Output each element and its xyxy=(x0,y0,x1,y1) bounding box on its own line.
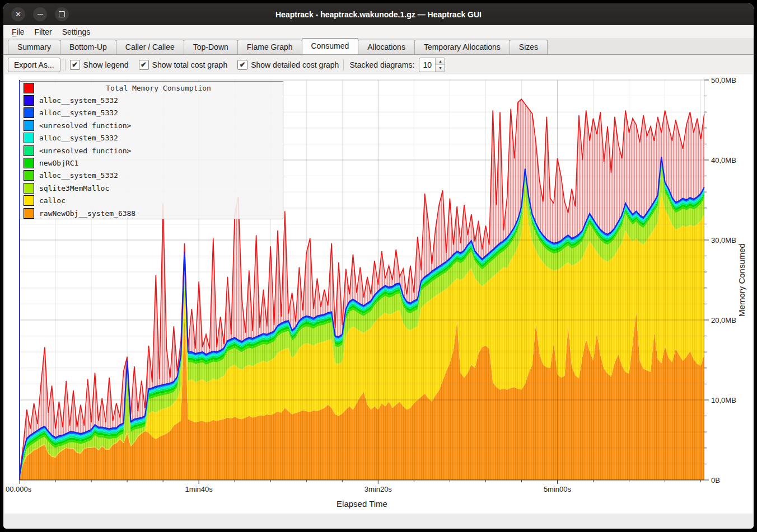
legend-item: <unresolved function> xyxy=(20,144,283,157)
legend-label: <unresolved function> xyxy=(39,121,131,130)
legend-item: calloc xyxy=(20,195,283,207)
legend-swatch xyxy=(24,83,34,93)
legend-title-row: Total Memory Consumption xyxy=(20,82,283,94)
chart-legend: Total Memory Consumptionalloc__system_53… xyxy=(20,81,283,219)
menu-file[interactable]: File xyxy=(7,26,30,37)
tab-allocations[interactable]: Allocations xyxy=(358,40,415,54)
window-title: Heaptrack - heaptrack.wakunode.1.gz — He… xyxy=(3,10,754,19)
tab-bottom-up[interactable]: Bottom-Up xyxy=(60,40,116,54)
legend-swatch xyxy=(24,107,34,118)
x-tick-label: 5min00s xyxy=(544,485,572,493)
legend-item: sqlite3MemMalloc xyxy=(20,182,283,194)
legend-item: rawNewObj__system_6388 xyxy=(20,207,283,219)
x-axis-title: Elapsed Time xyxy=(337,499,387,509)
minimize-icon[interactable] xyxy=(33,7,47,21)
checkbox-check-icon[interactable]: ✔ xyxy=(70,60,80,70)
checkbox-label: Show total cost graph xyxy=(152,60,228,69)
legend-label: newObjRC1 xyxy=(39,159,78,167)
spinner-arrows: ▲ ▼ xyxy=(435,58,445,72)
checkbox-label: Show legend xyxy=(83,60,129,69)
checkbox-show-detailed-cost-graph[interactable]: ✔Show detailed cost graph xyxy=(237,60,339,70)
y-axis-title: Memory Consumed xyxy=(737,243,746,317)
close-icon[interactable]: ✕ xyxy=(11,7,25,21)
legend-swatch xyxy=(24,120,34,131)
legend-item: alloc__system_5332 xyxy=(20,94,283,106)
tab-bar: SummaryBottom-UpCaller / CalleeTop-DownF… xyxy=(3,38,754,55)
heaptrack-window: ✕ Heaptrack - heaptrack.wakunode.1.gz — … xyxy=(3,3,754,529)
legend-label: calloc xyxy=(39,196,66,205)
tab-flame-graph[interactable]: Flame Graph xyxy=(237,40,302,54)
y-tick-label: 10,0MB xyxy=(711,396,736,404)
tab-caller-callee[interactable]: Caller / Callee xyxy=(116,40,184,54)
legend-swatch xyxy=(24,158,34,168)
checkbox-group: ✔Show legend✔Show total cost graph✔Show … xyxy=(70,60,339,70)
legend-label: <unresolved function> xyxy=(39,147,131,155)
memory-consumption-chart[interactable]: 0B10,0MB20,0MB30,0MB40,0MB50,0MB00.000s1… xyxy=(4,74,753,514)
status-strip xyxy=(3,514,754,529)
checkbox-show-total-cost-graph[interactable]: ✔Show total cost graph xyxy=(139,60,228,70)
tab-sizes[interactable]: Sizes xyxy=(510,40,548,54)
y-tick-label: 0B xyxy=(711,476,720,484)
legend-label: sqlite3MemMalloc xyxy=(39,184,109,192)
checkbox-check-icon[interactable]: ✔ xyxy=(237,60,247,70)
legend-item: newObjRC1 xyxy=(20,157,283,169)
tab-consumed[interactable]: Consumed xyxy=(302,38,359,54)
y-tick-label: 50,0MB xyxy=(711,76,736,84)
y-tick-label: 40,0MB xyxy=(711,156,736,164)
spinner-down-icon[interactable]: ▼ xyxy=(436,65,445,72)
tab-temporary-allocations[interactable]: Temporary Allocations xyxy=(414,40,510,54)
y-tick-label: 20,0MB xyxy=(711,316,736,324)
legend-label: alloc__system_5332 xyxy=(39,134,118,142)
x-tick-label: 1min40s xyxy=(185,485,213,493)
legend-item: <unresolved function> xyxy=(20,119,283,131)
legend-swatch xyxy=(24,183,34,194)
window-controls: ✕ xyxy=(11,7,69,21)
tab-summary[interactable]: Summary xyxy=(8,40,60,54)
legend-swatch xyxy=(24,170,34,181)
spinner-up-icon[interactable]: ▲ xyxy=(436,58,445,65)
menu-filter[interactable]: Filter xyxy=(30,26,57,37)
menubar: FileFilterSettings xyxy=(3,25,754,38)
stacked-diagrams-value[interactable]: 10 xyxy=(419,58,435,72)
export-as-button[interactable]: Export As... xyxy=(8,58,60,72)
legend-swatch xyxy=(24,133,34,143)
x-tick-label: 3min20s xyxy=(365,485,392,493)
x-tick-label: 00.000s xyxy=(6,485,32,493)
legend-item: alloc__system_5332 xyxy=(20,170,283,182)
legend-swatch xyxy=(24,195,34,206)
legend-label: Total Memory Consumption xyxy=(34,84,283,92)
menu-settings[interactable]: Settings xyxy=(57,26,96,37)
stacked-diagrams-label: Stacked diagrams: xyxy=(349,60,414,69)
legend-item: alloc__system_5332 xyxy=(20,132,283,144)
toolbar-separator xyxy=(343,59,344,70)
legend-label: rawNewObj__system_6388 xyxy=(39,209,135,218)
legend-label: alloc__system_5332 xyxy=(39,109,118,117)
checkbox-check-icon[interactable]: ✔ xyxy=(139,60,149,70)
titlebar: ✕ Heaptrack - heaptrack.wakunode.1.gz — … xyxy=(3,3,754,25)
checkbox-show-legend[interactable]: ✔Show legend xyxy=(70,60,129,70)
legend-swatch xyxy=(24,95,34,106)
maximize-icon[interactable] xyxy=(55,7,69,21)
toolbar-separator xyxy=(65,59,66,70)
stacked-diagrams-spinner[interactable]: 10 ▲ ▼ xyxy=(419,58,445,72)
legend-label: alloc__system_5332 xyxy=(39,96,118,105)
legend-item: alloc__system_5332 xyxy=(20,107,283,119)
legend-label: alloc__system_5332 xyxy=(39,171,118,180)
legend-swatch xyxy=(24,208,34,219)
checkbox-label: Show detailed cost graph xyxy=(251,60,339,69)
legend-swatch xyxy=(24,145,34,156)
tab-top-down[interactable]: Top-Down xyxy=(184,40,238,54)
toolbar: Export As... ✔Show legend✔Show total cos… xyxy=(3,55,754,74)
y-tick-label: 30,0MB xyxy=(711,236,736,244)
